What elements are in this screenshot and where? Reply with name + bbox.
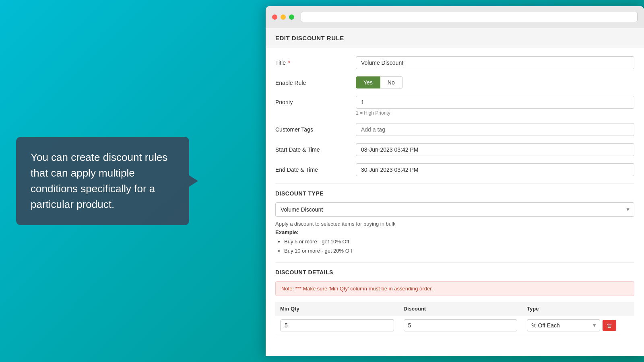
discount-type-section-header: DISCOUNT TYPE [275,190,634,197]
col-discount: Discount [399,302,522,316]
priority-row: Priority 1 = High Priority [275,96,634,116]
enable-rule-row: Enable Rule Yes No [275,76,634,88]
end-date-control [356,163,634,176]
discount-type-select[interactable]: Volume Discount Percentage Discount Fixe… [275,202,634,217]
note-text: Note: *** Make sure 'Min Qty' column mus… [281,286,433,292]
end-date-label: End Date & Time [275,163,356,173]
start-date-input[interactable] [356,143,634,156]
title-input[interactable] [356,56,634,69]
end-date-input[interactable] [356,163,634,176]
minimize-dot[interactable] [281,14,286,20]
callout-tooltip: You can create discount rules that can a… [16,137,189,225]
callout-text: You can create discount rules that can a… [31,151,167,210]
discount-type-wrap: Volume Discount Percentage Discount Fixe… [275,202,634,217]
example-list: Buy 5 or more - get 10% Off Buy 10 or mo… [275,237,634,256]
page-header: EDIT DISCOUNT RULE [266,28,644,48]
start-date-label: Start Date & Time [275,143,356,153]
start-date-control [356,143,634,156]
customer-tags-label: Customer Tags [275,123,356,133]
form-body: Title * Enable Rule Yes No [266,48,644,343]
close-dot[interactable] [272,14,277,20]
col-min-qty: Min Qty [275,302,399,316]
enable-rule-label: Enable Rule [275,76,356,86]
enable-rule-control: Yes No [356,76,634,88]
note-box: Note: *** Make sure 'Min Qty' column mus… [275,281,634,296]
priority-control: 1 = High Priority [356,96,634,116]
required-indicator: * [288,60,290,66]
min-qty-cell [275,316,399,335]
col-type: Type [522,302,621,316]
type-select[interactable]: % Off Each Fixed Price % Off Total [527,319,600,331]
page-title: EDIT DISCOUNT RULE [275,35,634,41]
col-actions [621,302,634,316]
discount-table: Min Qty Discount Type [275,302,634,335]
title-row: Title * [275,56,634,69]
priority-label: Priority [275,96,356,105]
title-label: Title * [275,56,356,66]
table-row: % Off Each Fixed Price % Off Total ▼ 🗑 [275,316,634,335]
example-item-2: Buy 10 or more - get 20% Off [284,246,634,255]
discount-cell [399,316,522,335]
type-cell: % Off Each Fixed Price % Off Total ▼ 🗑 [522,316,621,335]
maximize-dot[interactable] [289,14,294,20]
divider-1 [275,183,634,184]
discount-table-header-row: Min Qty Discount Type [275,302,634,316]
priority-input[interactable] [356,96,634,109]
divider-2 [275,262,634,263]
customer-tags-row: Customer Tags [275,123,634,136]
no-button[interactable]: No [380,76,402,88]
discount-type-description: Apply a discount to selected items for b… [275,221,634,227]
customer-tags-input[interactable] [356,123,634,136]
discount-table-body: % Off Each Fixed Price % Off Total ▼ 🗑 [275,316,634,335]
browser-window: EDIT DISCOUNT RULE Title * Enable Rule [266,6,644,356]
type-select-wrap: % Off Each Fixed Price % Off Total ▼ [527,319,600,331]
discount-details-section-header: DISCOUNT DETAILS [275,269,634,276]
browser-titlebar [266,6,644,28]
priority-hint: 1 = High Priority [356,110,634,116]
example-label: Example: [275,229,634,235]
address-bar[interactable] [301,12,638,22]
example-item-1: Buy 5 or more - get 10% Off [284,237,634,246]
discount-input[interactable] [404,319,518,331]
yes-button[interactable]: Yes [356,76,380,88]
discount-table-head: Min Qty Discount Type [275,302,634,316]
customer-tags-control [356,123,634,136]
enable-rule-toggle: Yes No [356,76,634,88]
title-control [356,56,634,69]
type-action-group: % Off Each Fixed Price % Off Total ▼ 🗑 [527,319,616,331]
delete-row-button[interactable]: 🗑 [603,320,616,331]
page-content: EDIT DISCOUNT RULE Title * Enable Rule [266,28,644,356]
start-date-row: Start Date & Time [275,143,634,156]
end-date-row: End Date & Time [275,163,634,176]
min-qty-input[interactable] [280,319,394,331]
